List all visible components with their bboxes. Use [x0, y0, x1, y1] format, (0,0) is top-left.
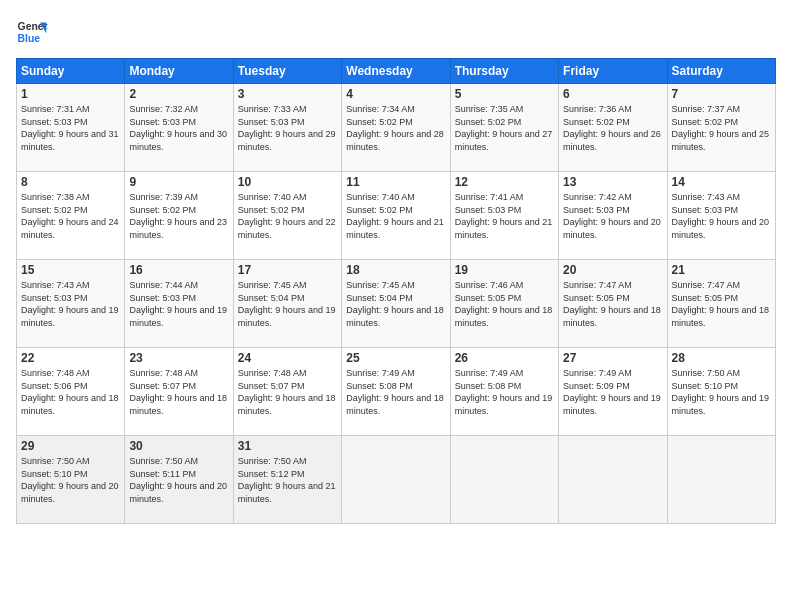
svg-text:Blue: Blue	[18, 33, 41, 44]
day-number: 9	[129, 175, 228, 189]
calendar-cell: 16 Sunrise: 7:44 AMSunset: 5:03 PMDaylig…	[125, 260, 233, 348]
day-number: 18	[346, 263, 445, 277]
day-info: Sunrise: 7:32 AMSunset: 5:03 PMDaylight:…	[129, 104, 227, 152]
calendar-cell: 8 Sunrise: 7:38 AMSunset: 5:02 PMDayligh…	[17, 172, 125, 260]
day-number: 21	[672, 263, 771, 277]
day-info: Sunrise: 7:50 AMSunset: 5:11 PMDaylight:…	[129, 456, 227, 504]
header: General Blue	[16, 16, 776, 48]
calendar-cell: 14 Sunrise: 7:43 AMSunset: 5:03 PMDaylig…	[667, 172, 775, 260]
calendar-container: General Blue SundayMondayTuesdayWednesda…	[0, 0, 792, 612]
day-number: 7	[672, 87, 771, 101]
day-info: Sunrise: 7:38 AMSunset: 5:02 PMDaylight:…	[21, 192, 119, 240]
day-info: Sunrise: 7:47 AMSunset: 5:05 PMDaylight:…	[563, 280, 661, 328]
calendar-cell: 22 Sunrise: 7:48 AMSunset: 5:06 PMDaylig…	[17, 348, 125, 436]
calendar-cell: 20 Sunrise: 7:47 AMSunset: 5:05 PMDaylig…	[559, 260, 667, 348]
week-row-3: 15 Sunrise: 7:43 AMSunset: 5:03 PMDaylig…	[17, 260, 776, 348]
day-number: 13	[563, 175, 662, 189]
weekday-header-sunday: Sunday	[17, 59, 125, 84]
day-info: Sunrise: 7:50 AMSunset: 5:10 PMDaylight:…	[21, 456, 119, 504]
weekday-header-thursday: Thursday	[450, 59, 558, 84]
calendar-cell: 28 Sunrise: 7:50 AMSunset: 5:10 PMDaylig…	[667, 348, 775, 436]
day-info: Sunrise: 7:48 AMSunset: 5:07 PMDaylight:…	[129, 368, 227, 416]
calendar-cell: 27 Sunrise: 7:49 AMSunset: 5:09 PMDaylig…	[559, 348, 667, 436]
day-info: Sunrise: 7:49 AMSunset: 5:09 PMDaylight:…	[563, 368, 661, 416]
weekday-header-saturday: Saturday	[667, 59, 775, 84]
day-info: Sunrise: 7:40 AMSunset: 5:02 PMDaylight:…	[238, 192, 336, 240]
day-info: Sunrise: 7:48 AMSunset: 5:07 PMDaylight:…	[238, 368, 336, 416]
calendar-cell: 5 Sunrise: 7:35 AMSunset: 5:02 PMDayligh…	[450, 84, 558, 172]
day-number: 11	[346, 175, 445, 189]
day-info: Sunrise: 7:44 AMSunset: 5:03 PMDaylight:…	[129, 280, 227, 328]
day-number: 15	[21, 263, 120, 277]
day-number: 17	[238, 263, 337, 277]
day-info: Sunrise: 7:49 AMSunset: 5:08 PMDaylight:…	[455, 368, 553, 416]
day-info: Sunrise: 7:49 AMSunset: 5:08 PMDaylight:…	[346, 368, 444, 416]
day-info: Sunrise: 7:43 AMSunset: 5:03 PMDaylight:…	[672, 192, 770, 240]
calendar-cell: 9 Sunrise: 7:39 AMSunset: 5:02 PMDayligh…	[125, 172, 233, 260]
day-number: 28	[672, 351, 771, 365]
day-info: Sunrise: 7:45 AMSunset: 5:04 PMDaylight:…	[238, 280, 336, 328]
day-info: Sunrise: 7:50 AMSunset: 5:10 PMDaylight:…	[672, 368, 770, 416]
day-info: Sunrise: 7:50 AMSunset: 5:12 PMDaylight:…	[238, 456, 336, 504]
day-number: 3	[238, 87, 337, 101]
day-number: 27	[563, 351, 662, 365]
day-number: 5	[455, 87, 554, 101]
day-number: 1	[21, 87, 120, 101]
logo-icon: General Blue	[16, 16, 48, 48]
day-info: Sunrise: 7:43 AMSunset: 5:03 PMDaylight:…	[21, 280, 119, 328]
calendar-cell	[667, 436, 775, 524]
day-info: Sunrise: 7:41 AMSunset: 5:03 PMDaylight:…	[455, 192, 553, 240]
day-number: 2	[129, 87, 228, 101]
day-info: Sunrise: 7:45 AMSunset: 5:04 PMDaylight:…	[346, 280, 444, 328]
day-info: Sunrise: 7:37 AMSunset: 5:02 PMDaylight:…	[672, 104, 770, 152]
day-number: 14	[672, 175, 771, 189]
calendar-cell: 7 Sunrise: 7:37 AMSunset: 5:02 PMDayligh…	[667, 84, 775, 172]
day-number: 26	[455, 351, 554, 365]
calendar-cell: 24 Sunrise: 7:48 AMSunset: 5:07 PMDaylig…	[233, 348, 341, 436]
day-number: 8	[21, 175, 120, 189]
week-row-5: 29 Sunrise: 7:50 AMSunset: 5:10 PMDaylig…	[17, 436, 776, 524]
day-info: Sunrise: 7:46 AMSunset: 5:05 PMDaylight:…	[455, 280, 553, 328]
calendar-cell: 17 Sunrise: 7:45 AMSunset: 5:04 PMDaylig…	[233, 260, 341, 348]
week-row-4: 22 Sunrise: 7:48 AMSunset: 5:06 PMDaylig…	[17, 348, 776, 436]
calendar-cell: 23 Sunrise: 7:48 AMSunset: 5:07 PMDaylig…	[125, 348, 233, 436]
day-number: 20	[563, 263, 662, 277]
week-row-2: 8 Sunrise: 7:38 AMSunset: 5:02 PMDayligh…	[17, 172, 776, 260]
day-number: 25	[346, 351, 445, 365]
day-number: 30	[129, 439, 228, 453]
calendar-cell: 4 Sunrise: 7:34 AMSunset: 5:02 PMDayligh…	[342, 84, 450, 172]
calendar-cell: 1 Sunrise: 7:31 AMSunset: 5:03 PMDayligh…	[17, 84, 125, 172]
day-number: 4	[346, 87, 445, 101]
day-number: 6	[563, 87, 662, 101]
calendar-cell: 2 Sunrise: 7:32 AMSunset: 5:03 PMDayligh…	[125, 84, 233, 172]
calendar-cell: 13 Sunrise: 7:42 AMSunset: 5:03 PMDaylig…	[559, 172, 667, 260]
day-info: Sunrise: 7:35 AMSunset: 5:02 PMDaylight:…	[455, 104, 553, 152]
calendar-cell: 26 Sunrise: 7:49 AMSunset: 5:08 PMDaylig…	[450, 348, 558, 436]
day-number: 16	[129, 263, 228, 277]
day-number: 24	[238, 351, 337, 365]
calendar-cell: 15 Sunrise: 7:43 AMSunset: 5:03 PMDaylig…	[17, 260, 125, 348]
calendar-table: SundayMondayTuesdayWednesdayThursdayFrid…	[16, 58, 776, 524]
calendar-cell	[559, 436, 667, 524]
day-info: Sunrise: 7:42 AMSunset: 5:03 PMDaylight:…	[563, 192, 661, 240]
day-info: Sunrise: 7:40 AMSunset: 5:02 PMDaylight:…	[346, 192, 444, 240]
day-info: Sunrise: 7:31 AMSunset: 5:03 PMDaylight:…	[21, 104, 119, 152]
day-info: Sunrise: 7:33 AMSunset: 5:03 PMDaylight:…	[238, 104, 336, 152]
calendar-cell: 25 Sunrise: 7:49 AMSunset: 5:08 PMDaylig…	[342, 348, 450, 436]
logo: General Blue	[16, 16, 48, 48]
day-info: Sunrise: 7:47 AMSunset: 5:05 PMDaylight:…	[672, 280, 770, 328]
day-info: Sunrise: 7:39 AMSunset: 5:02 PMDaylight:…	[129, 192, 227, 240]
calendar-cell	[342, 436, 450, 524]
day-number: 19	[455, 263, 554, 277]
calendar-cell	[450, 436, 558, 524]
day-info: Sunrise: 7:48 AMSunset: 5:06 PMDaylight:…	[21, 368, 119, 416]
calendar-cell: 6 Sunrise: 7:36 AMSunset: 5:02 PMDayligh…	[559, 84, 667, 172]
calendar-cell: 12 Sunrise: 7:41 AMSunset: 5:03 PMDaylig…	[450, 172, 558, 260]
day-number: 23	[129, 351, 228, 365]
calendar-cell: 19 Sunrise: 7:46 AMSunset: 5:05 PMDaylig…	[450, 260, 558, 348]
day-info: Sunrise: 7:36 AMSunset: 5:02 PMDaylight:…	[563, 104, 661, 152]
weekday-header-tuesday: Tuesday	[233, 59, 341, 84]
week-row-1: 1 Sunrise: 7:31 AMSunset: 5:03 PMDayligh…	[17, 84, 776, 172]
day-info: Sunrise: 7:34 AMSunset: 5:02 PMDaylight:…	[346, 104, 444, 152]
calendar-cell: 21 Sunrise: 7:47 AMSunset: 5:05 PMDaylig…	[667, 260, 775, 348]
